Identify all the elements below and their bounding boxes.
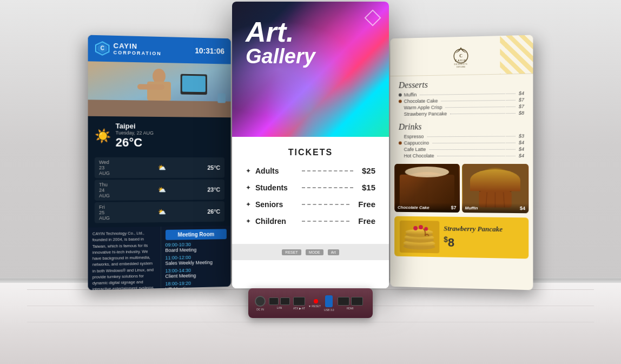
svg-point-20 xyxy=(406,175,448,183)
strip-item-1: RESET xyxy=(282,249,301,255)
menu-item-espresso-left: Espresso xyxy=(399,134,424,139)
svg-text:C: C xyxy=(100,45,104,51)
screen-center: Art. Gallery TICKETS ✦ Adults $2 xyxy=(232,2,389,288)
ticket-icon-seniors: ✦ xyxy=(246,201,251,208)
art-gallery-section: Art. Gallery xyxy=(232,2,389,137)
drinks-section: Drinks Espresso $3 Cappuccino $4 xyxy=(390,119,533,162)
svg-point-29 xyxy=(496,174,499,177)
menu-item-price-choc: $7 xyxy=(519,97,524,102)
svg-rect-7 xyxy=(88,100,231,117)
menu-item-price-hot-choc: $4 xyxy=(519,153,524,158)
meeting-room-header: Meeting Room xyxy=(165,229,226,240)
featured-photo xyxy=(400,220,439,253)
art-text-gallery: Gallery xyxy=(246,46,315,67)
menu-item-choc-cake: Chocolate Cake $7 xyxy=(399,97,524,104)
svg-text:C: C xyxy=(459,54,463,58)
menu-item-price-latte: $4 xyxy=(519,147,524,152)
menu-item-hot-choc-left: Hot Chocolate xyxy=(399,153,434,158)
choc-cake-price: $7 xyxy=(451,205,457,210)
svg-point-18 xyxy=(406,172,448,188)
ticket-row-students: ✦ Students $15 xyxy=(246,183,375,192)
menu-item-name-espresso: Espresso xyxy=(399,134,424,139)
hdmi-ports xyxy=(338,297,363,306)
ticket-icon-students: ✦ xyxy=(246,184,251,191)
lan-port-group: LAN xyxy=(269,297,290,309)
screen-left: C CAYIN CORPORATION 10:31:06 xyxy=(88,35,231,290)
desserts-section: Desserts Muffin $4 Chocolate Cake $ xyxy=(390,74,533,120)
tickets-title: TICKETS xyxy=(246,148,375,157)
desk-scene xyxy=(88,61,231,117)
desk-svg xyxy=(88,61,231,117)
cayin-brand-text: CAYIN CORPORATION xyxy=(114,42,162,57)
menu-item-name-muffin: Muffin xyxy=(404,92,417,97)
menu-photos-grid: Chocolate Cake $7 xyxy=(390,162,533,215)
menu-photo-choc-cake: Chocolate Cake $7 xyxy=(394,164,459,213)
menu-item-choc-left: Chocolate Cake xyxy=(399,98,438,104)
reset-button[interactable] xyxy=(314,299,318,303)
menu-item-name-cappuccino: Cappuccino xyxy=(404,140,430,145)
svg-point-28 xyxy=(488,177,491,181)
ticket-category-children: Children xyxy=(255,217,293,226)
dc-in-port: DC IN xyxy=(255,296,266,311)
screen-right: C CAYIN DESSERTS EST.1994 Desserts xyxy=(390,35,533,290)
menu-featured: Strawberry Pancake $8 xyxy=(394,216,528,259)
tickets-section: TICKETS ✦ Adults $25 ✦ Students $15 xyxy=(232,137,389,244)
dc-in-circle xyxy=(255,296,266,307)
about-text: CAYIN Technology Co., Ltd., founded in 2… xyxy=(93,230,156,290)
about-text-container: CAYIN Technology Co., Ltd., founded in 2… xyxy=(93,230,156,290)
menu-item-name-strawberry: Strawberry Pancake xyxy=(399,111,447,117)
screen-center-inner: Art. Gallery TICKETS ✦ Adults $2 xyxy=(232,2,389,288)
ticket-icon-children: ✦ xyxy=(246,217,251,225)
menu-item-latte-left: Cafe Latte xyxy=(399,147,426,152)
forecast-temp-wed: 25°C xyxy=(207,164,220,171)
menu-dot-cappuccino xyxy=(399,141,402,144)
ticket-price-students: $15 xyxy=(362,183,375,192)
menu-photo-muffin: Muffin $4 xyxy=(461,164,528,213)
menu-item-apple-left: Warm Apple Crisp xyxy=(399,104,442,110)
hdmi-port-group: HDMI xyxy=(338,297,363,310)
ticket-price-seniors: Free xyxy=(358,200,375,209)
weather-city: Taipei xyxy=(116,122,224,130)
forecast-day-fri: Fri25 AUG xyxy=(99,204,116,221)
stage: C CAYIN CORPORATION 10:31:06 xyxy=(0,0,621,364)
menu-line-strawberry xyxy=(450,112,516,114)
bottom-section: CAYIN Technology Co., Ltd., founded in 2… xyxy=(88,226,231,290)
strip-item-2: MODE xyxy=(306,249,323,255)
svg-rect-6 xyxy=(137,84,164,90)
menu-item-cappuccino-left: Cappuccino xyxy=(399,140,429,145)
menu-item-name-apple: Warm Apple Crisp xyxy=(399,104,442,110)
forecast-row-thu: Thu24 AUG ⛅ 23°C xyxy=(95,180,224,201)
forecast-grid: Wed23 AUG ⛅ 25°C Thu24 AUG ⛅ 23°C Fri25 … xyxy=(88,155,231,228)
art-gallery-text: Art. Gallery xyxy=(246,18,315,67)
menu-item-strawberry: Strawberry Pancake $8 xyxy=(399,110,524,117)
menu-line-cappuccino xyxy=(432,142,516,143)
ticket-row-adults: ✦ Adults $25 xyxy=(246,166,375,175)
cayin-logo: C CAYIN CORPORATION xyxy=(95,41,162,57)
ticket-row-seniors: ✦ Seniors Free xyxy=(246,200,375,209)
forecast-day-thu: Thu24 AUG xyxy=(99,182,116,198)
featured-currency: $ xyxy=(444,235,448,243)
hdmi-port-1 xyxy=(338,297,349,306)
menu-line-choc xyxy=(441,100,515,101)
menu-line-muffin xyxy=(420,93,515,95)
ticket-price-adults: $25 xyxy=(362,166,375,175)
menu-line-latte xyxy=(429,149,516,149)
meeting-title-1: Board Meeting xyxy=(165,247,226,253)
meetings-section: Meeting Room 09:00-10:30 Board Meeting 1… xyxy=(161,226,231,290)
usb-port: USB 3.0 xyxy=(324,295,334,312)
lan-ports xyxy=(269,297,290,305)
menu-item-name-choc: Chocolate Cake xyxy=(404,98,438,104)
clock-display: 10:31:06 xyxy=(195,47,224,56)
menu-line-espresso xyxy=(427,136,516,137)
menu-item-muffin-left: Muffin xyxy=(399,92,417,97)
svg-rect-19 xyxy=(406,179,448,198)
diamond-icon xyxy=(362,7,384,29)
menu-line-apple xyxy=(445,106,515,107)
screens-container: C CAYIN CORPORATION 10:31:06 xyxy=(89,2,532,288)
ticket-price-children: Free xyxy=(358,216,375,226)
menu-item-espresso: Espresso $3 xyxy=(399,133,524,139)
menu-item-price-muffin: $4 xyxy=(519,90,524,96)
left-header: C CAYIN CORPORATION 10:31:06 xyxy=(88,35,231,64)
svg-point-21 xyxy=(407,174,447,181)
svg-text:EST.1994: EST.1994 xyxy=(457,66,465,68)
